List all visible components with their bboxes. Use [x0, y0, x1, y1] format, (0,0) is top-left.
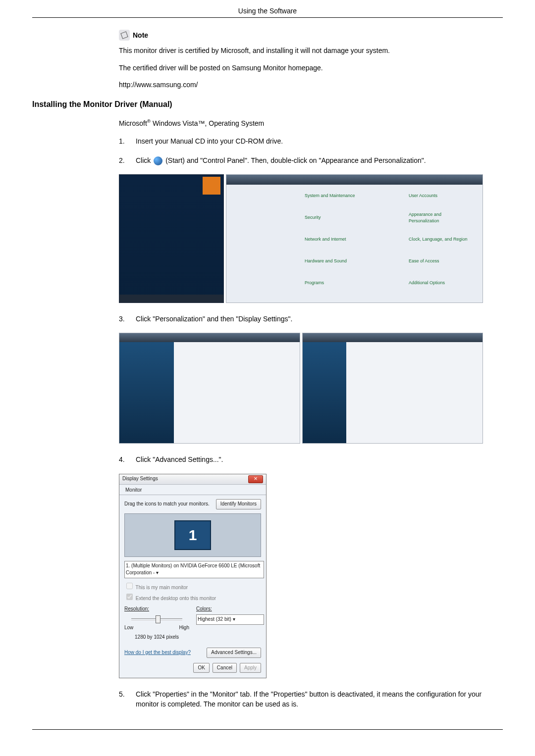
resolution-low: Low — [124, 624, 133, 632]
step-5-number: 5. — [119, 689, 136, 709]
step-1-number: 1. — [119, 136, 136, 146]
monitor-preview-area[interactable]: 1 — [124, 513, 261, 557]
advanced-settings-button[interactable]: Advanced Settings... — [207, 648, 261, 658]
step-4-text: Click "Advanced Settings...". — [136, 454, 483, 464]
personalization-right-screenshot — [302, 333, 483, 444]
close-icon[interactable] — [248, 475, 263, 483]
step-5: 5. Click "Properties" in the "Monitor" t… — [119, 689, 483, 709]
step-5-text: Click "Properties" in the "Monitor" tab.… — [136, 689, 483, 709]
cp-clock: Clock, Language, and Region — [409, 236, 468, 243]
header-divider — [32, 17, 503, 18]
main-monitor-checkbox-input — [126, 583, 133, 589]
resolution-slider[interactable] — [124, 614, 189, 623]
figure-start-control-panel: System and Maintenance User Accounts Sec… — [119, 174, 483, 303]
step-1: 1. Insert your Manual CD into your CD-RO… — [119, 136, 483, 146]
display-settings-dialog: Display Settings Monitor Drag the icons … — [119, 474, 267, 679]
step-4-number: 4. — [119, 454, 136, 464]
note-line-1: This monitor driver is certified by Micr… — [119, 46, 483, 55]
reg-mark: ® — [147, 118, 151, 124]
cp-ease: Ease of Access — [409, 258, 439, 264]
monitor-1-icon[interactable]: 1 — [174, 520, 211, 550]
step-2-text: Click (Start) and "Control Panel". Then,… — [136, 155, 483, 165]
os-line: Microsoft® Windows Vista™, Operating Sys… — [119, 118, 483, 128]
help-link[interactable]: How do I get the best display? — [124, 649, 191, 656]
resolution-label: Resolution: — [124, 605, 189, 613]
resolution-high: High — [179, 624, 189, 632]
cp-network: Network and Internet — [305, 236, 346, 243]
note-body: This monitor driver is certified by Micr… — [119, 46, 483, 90]
note-icon — [119, 30, 130, 41]
display-device-select[interactable]: 1. (Multiple Monitors) on NVIDIA GeForce… — [124, 561, 264, 578]
tab-monitor[interactable]: Monitor — [122, 486, 145, 495]
drag-instruction: Drag the icons to match your monitors. — [124, 501, 210, 508]
cp-hardware: Hardware and Sound — [305, 258, 347, 264]
main-monitor-label: This is my main monitor — [136, 585, 188, 590]
cancel-button[interactable]: Cancel — [213, 663, 237, 673]
cp-user-accounts: User Accounts — [409, 193, 437, 199]
extend-desktop-checkbox: Extend the desktop onto this monitor — [124, 592, 261, 603]
os-prefix: Microsoft — [119, 119, 147, 127]
footer-divider — [32, 729, 503, 730]
step-2-text-a: Click — [136, 156, 153, 164]
section-heading-text: Installing the Monitor Driver (Manual) — [32, 100, 172, 108]
cp-system: System and Maintenance — [305, 193, 355, 199]
cp-additional: Additional Options — [409, 280, 445, 286]
dialog-title: Display Settings — [122, 475, 158, 483]
cp-security: Security — [305, 214, 321, 221]
step-3-number: 3. — [119, 314, 136, 324]
colors-value: Highest (32 bit) — [198, 616, 231, 622]
personalization-left-titlebar — [119, 333, 300, 342]
start-menu-screenshot — [119, 174, 224, 303]
extend-desktop-label: Extend the desktop onto this monitor — [136, 596, 216, 601]
personalization-left-sidebar — [119, 342, 174, 443]
user-picture-icon — [203, 177, 220, 195]
personalization-left-screenshot — [119, 333, 300, 444]
extend-desktop-checkbox-input — [126, 594, 133, 600]
step-2-text-b: (Start) and "Control Panel". Then, doubl… — [165, 156, 426, 164]
control-panel-screenshot: System and Maintenance User Accounts Sec… — [226, 174, 483, 303]
control-panel-titlebar — [226, 175, 482, 185]
colors-label: Colors: — [196, 605, 261, 613]
figure-display-settings: Display Settings Monitor Drag the icons … — [119, 474, 483, 679]
display-device-value: 1. (Multiple Monitors) on NVIDIA GeForce… — [126, 563, 260, 576]
personalization-right-titlebar — [303, 333, 483, 342]
step-3: 3. Click "Personalization" and then "Dis… — [119, 314, 483, 324]
cp-appearance: Appearance and Personalization — [409, 211, 468, 224]
colors-select[interactable]: Highest (32 bit) ▾ — [196, 614, 264, 625]
cp-programs: Programs — [305, 280, 324, 286]
step-1-text: Insert your Manual CD into your CD-ROM d… — [136, 136, 483, 146]
step-3-text: Click "Personalization" and then "Displa… — [136, 314, 483, 324]
step-2: 2. Click (Start) and "Control Panel". Th… — [119, 155, 483, 165]
note-url: http://www.samsung.com/ — [119, 80, 483, 90]
note-line-2: The certified driver will be posted on S… — [119, 63, 483, 73]
personalization-right-sidebar — [303, 342, 346, 443]
main-monitor-checkbox: This is my main monitor — [124, 581, 261, 592]
resolution-slider-thumb[interactable] — [156, 615, 160, 623]
note-label: Note — [133, 30, 148, 40]
step-2-number: 2. — [119, 155, 136, 165]
page-header: Using the Software — [32, 6, 503, 17]
step-4: 4. Click "Advanced Settings...". — [119, 454, 483, 464]
os-suffix: Windows Vista™, Operating System — [151, 119, 264, 127]
start-orb-icon — [154, 156, 162, 165]
section-heading: Installing the Monitor Driver (Manual) — [32, 99, 503, 110]
apply-button[interactable]: Apply — [240, 663, 261, 673]
figure-personalization — [119, 333, 483, 444]
resolution-value: 1280 by 1024 pixels — [124, 634, 189, 641]
taskbar-search — [119, 295, 223, 302]
identify-monitors-button[interactable]: Identify Monitors — [216, 499, 261, 509]
ok-button[interactable]: OK — [193, 663, 209, 673]
